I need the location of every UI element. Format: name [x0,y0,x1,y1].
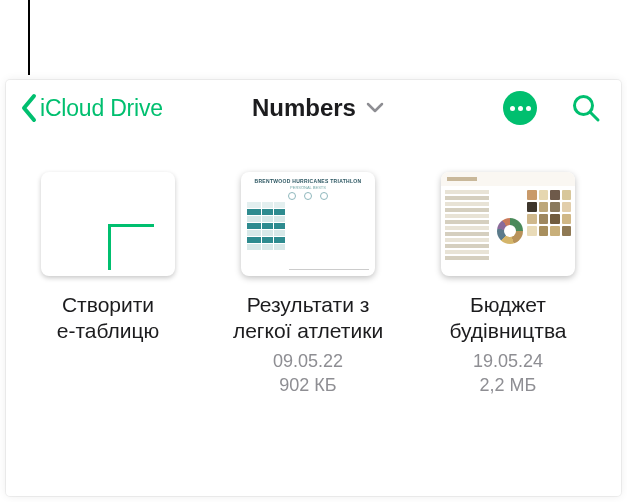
color-swatch [562,214,572,224]
annotation-callout-line [28,0,30,75]
create-spreadsheet-button[interactable]: Створити е-таблицю [32,172,184,345]
color-swatch [550,202,560,212]
toolbar-actions [503,91,601,125]
file-thumbnail [441,172,575,276]
create-label: Створити е-таблицю [23,292,193,345]
chart-preview-icon: BRENTWOOD HURRICANES TRIATHLON PERSONAL … [241,172,375,276]
file-name: Результати з легкої атлетики [223,292,393,345]
file-size: 2,2 МБ [480,373,537,397]
color-swatch [527,214,537,224]
document-browser-window: iCloud Drive Numbers [6,80,621,496]
color-swatch [539,190,549,200]
color-swatch [562,202,572,212]
svg-line-1 [591,113,599,121]
ellipsis-icon [510,106,531,111]
color-swatch [562,226,572,236]
file-thumbnail: BRENTWOOD HURRICANES TRIATHLON PERSONAL … [241,172,375,276]
color-swatch [550,190,560,200]
create-thumbnail [41,172,175,276]
file-size: 902 КБ [279,373,336,397]
more-options-button[interactable] [503,91,537,125]
color-swatch [539,214,549,224]
chevron-left-icon [20,93,38,123]
color-swatch [550,226,560,236]
file-item[interactable]: BRENTWOOD HURRICANES TRIATHLON PERSONAL … [232,172,384,397]
color-swatch [527,190,537,200]
file-date: 19.05.24 [473,349,543,373]
color-swatch [562,190,572,200]
navigation-bar: iCloud Drive Numbers [20,80,607,136]
folder-title-button[interactable]: Numbers [139,94,497,122]
folder-title: Numbers [252,94,356,122]
color-swatch [550,214,560,224]
chevron-down-icon [366,102,384,114]
color-swatch [539,226,549,236]
donut-chart-icon [497,218,523,244]
files-grid: Створити е-таблицю BRENTWOOD HURRICANES … [20,136,607,397]
file-name: Бюджет будівництва [423,292,593,345]
color-swatch [527,226,537,236]
magnifying-glass-icon [571,93,601,123]
color-swatch [539,202,549,212]
file-item[interactable]: Бюджет будівництва 19.05.24 2,2 МБ [432,172,584,397]
budget-preview-icon [441,172,575,276]
file-date: 09.05.22 [273,349,343,373]
color-swatch [527,202,537,212]
search-button[interactable] [571,93,601,123]
